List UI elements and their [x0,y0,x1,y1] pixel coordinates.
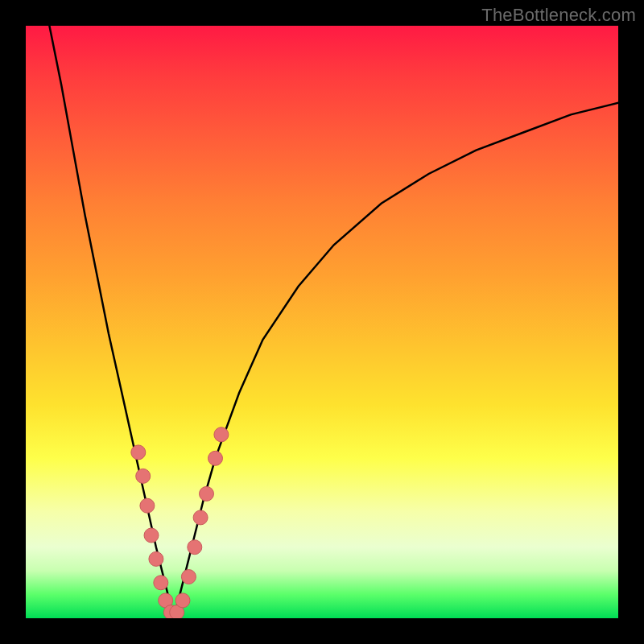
curve-marker [200,486,214,501]
curve-markers [131,427,229,618]
curve-marker [193,510,208,525]
chart-svg [26,26,618,618]
bottleneck-curve [49,26,618,618]
curve-marker [214,427,229,442]
curve-marker [140,498,155,513]
watermark-text: TheBottleneck.com [481,5,636,26]
curve-marker [144,528,159,543]
curve-marker [188,540,202,555]
curve-marker [149,551,163,566]
curve-marker [131,445,146,460]
chart-frame: TheBottleneck.com [0,0,644,644]
curve-marker [181,570,196,584]
curve-marker [175,593,190,608]
curve-marker [154,576,168,590]
plot-area [26,26,618,618]
curve-marker [208,451,223,465]
curve-marker [136,469,151,483]
